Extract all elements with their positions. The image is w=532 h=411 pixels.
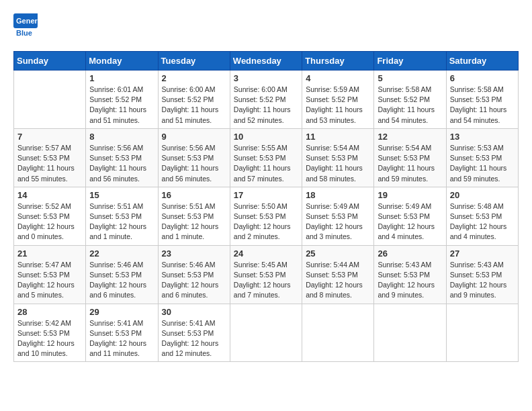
- page-header: General Blue: [13, 13, 519, 40]
- calendar-header-row: SundayMondayTuesdayWednesdayThursdayFrid…: [14, 52, 519, 71]
- day-info: Sunrise: 5:49 AMSunset: 5:53 PMDaylight:…: [378, 201, 442, 242]
- day-number: 26: [378, 248, 442, 259]
- calendar-cell: 24Sunrise: 5:45 AMSunset: 5:53 PMDayligh…: [230, 245, 302, 304]
- day-number: 13: [450, 132, 515, 142]
- day-number: 10: [234, 132, 298, 142]
- calendar-cell: 14Sunrise: 5:52 AMSunset: 5:53 PMDayligh…: [14, 187, 86, 245]
- calendar-cell: [302, 304, 374, 362]
- calendar-cell: 7Sunrise: 5:57 AMSunset: 5:53 PMDaylight…: [14, 128, 86, 187]
- day-number: 2: [162, 73, 226, 83]
- column-header-sunday: Sunday: [14, 52, 86, 71]
- day-info: Sunrise: 5:44 AMSunset: 5:53 PMDaylight:…: [306, 260, 370, 301]
- day-info: Sunrise: 5:56 AMSunset: 5:53 PMDaylight:…: [162, 143, 226, 184]
- day-number: 19: [378, 190, 442, 200]
- day-number: 7: [17, 132, 82, 142]
- day-number: 24: [234, 248, 298, 259]
- day-info: Sunrise: 5:42 AMSunset: 5:53 PMDaylight:…: [17, 318, 82, 359]
- day-number: 17: [234, 190, 298, 200]
- calendar-cell: 25Sunrise: 5:44 AMSunset: 5:53 PMDayligh…: [302, 245, 374, 304]
- column-header-friday: Friday: [374, 52, 446, 71]
- calendar-cell: 4Sunrise: 5:59 AMSunset: 5:52 PMDaylight…: [302, 71, 374, 129]
- day-info: Sunrise: 5:51 AMSunset: 5:53 PMDaylight:…: [89, 201, 154, 242]
- day-info: Sunrise: 5:59 AMSunset: 5:52 PMDaylight:…: [306, 85, 370, 126]
- calendar-week-row: 7Sunrise: 5:57 AMSunset: 5:53 PMDaylight…: [14, 128, 519, 187]
- calendar-cell: 29Sunrise: 5:41 AMSunset: 5:53 PMDayligh…: [86, 304, 158, 362]
- calendar-cell: 18Sunrise: 5:49 AMSunset: 5:53 PMDayligh…: [302, 187, 374, 245]
- calendar-cell: 30Sunrise: 5:41 AMSunset: 5:53 PMDayligh…: [158, 304, 230, 362]
- day-number: 9: [162, 132, 226, 142]
- svg-text:General: General: [16, 17, 38, 25]
- calendar-cell: [230, 304, 302, 362]
- calendar-cell: 21Sunrise: 5:47 AMSunset: 5:53 PMDayligh…: [14, 245, 86, 304]
- day-number: 21: [17, 248, 82, 259]
- column-header-wednesday: Wednesday: [230, 52, 302, 71]
- svg-text:Blue: Blue: [16, 29, 32, 37]
- day-number: 20: [450, 190, 515, 200]
- calendar-cell: [14, 71, 86, 129]
- day-info: Sunrise: 5:54 AMSunset: 5:53 PMDaylight:…: [378, 143, 442, 184]
- day-info: Sunrise: 5:52 AMSunset: 5:53 PMDaylight:…: [17, 201, 82, 242]
- day-number: 18: [306, 190, 370, 200]
- calendar-cell: [374, 304, 446, 362]
- day-number: 28: [17, 307, 82, 317]
- calendar-cell: 1Sunrise: 6:01 AMSunset: 5:52 PMDaylight…: [86, 71, 158, 129]
- calendar-week-row: 21Sunrise: 5:47 AMSunset: 5:53 PMDayligh…: [14, 245, 519, 304]
- day-number: 29: [89, 307, 154, 317]
- day-info: Sunrise: 5:51 AMSunset: 5:53 PMDaylight:…: [162, 201, 226, 242]
- calendar-cell: 15Sunrise: 5:51 AMSunset: 5:53 PMDayligh…: [86, 187, 158, 245]
- day-number: 1: [89, 73, 154, 83]
- logo: General Blue: [13, 13, 38, 40]
- day-info: Sunrise: 5:57 AMSunset: 5:53 PMDaylight:…: [17, 143, 82, 184]
- calendar-cell: 11Sunrise: 5:54 AMSunset: 5:53 PMDayligh…: [302, 128, 374, 187]
- calendar-cell: 2Sunrise: 6:00 AMSunset: 5:52 PMDaylight…: [158, 71, 230, 129]
- calendar-cell: 27Sunrise: 5:43 AMSunset: 5:53 PMDayligh…: [446, 245, 518, 304]
- day-number: 30: [162, 307, 226, 317]
- calendar-cell: 9Sunrise: 5:56 AMSunset: 5:53 PMDaylight…: [158, 128, 230, 187]
- day-info: Sunrise: 5:41 AMSunset: 5:53 PMDaylight:…: [162, 318, 226, 359]
- day-number: 4: [306, 73, 370, 83]
- calendar-week-row: 1Sunrise: 6:01 AMSunset: 5:52 PMDaylight…: [14, 71, 519, 129]
- day-number: 11: [306, 132, 370, 142]
- day-info: Sunrise: 5:47 AMSunset: 5:53 PMDaylight:…: [17, 260, 82, 301]
- calendar-cell: 8Sunrise: 5:56 AMSunset: 5:53 PMDaylight…: [86, 128, 158, 187]
- column-header-monday: Monday: [86, 52, 158, 71]
- calendar-cell: 10Sunrise: 5:55 AMSunset: 5:53 PMDayligh…: [230, 128, 302, 187]
- day-number: 22: [89, 248, 154, 259]
- day-number: 15: [89, 190, 154, 200]
- calendar-cell: 12Sunrise: 5:54 AMSunset: 5:53 PMDayligh…: [374, 128, 446, 187]
- day-info: Sunrise: 5:45 AMSunset: 5:53 PMDaylight:…: [234, 260, 298, 301]
- day-number: 6: [450, 73, 515, 83]
- column-header-thursday: Thursday: [302, 52, 374, 71]
- column-header-saturday: Saturday: [446, 52, 518, 71]
- day-info: Sunrise: 5:49 AMSunset: 5:53 PMDaylight:…: [306, 201, 370, 242]
- day-info: Sunrise: 5:41 AMSunset: 5:53 PMDaylight:…: [89, 318, 154, 359]
- calendar-table: SundayMondayTuesdayWednesdayThursdayFrid…: [13, 51, 519, 362]
- calendar-cell: 23Sunrise: 5:46 AMSunset: 5:53 PMDayligh…: [158, 245, 230, 304]
- calendar-cell: 16Sunrise: 5:51 AMSunset: 5:53 PMDayligh…: [158, 187, 230, 245]
- calendar-cell: 26Sunrise: 5:43 AMSunset: 5:53 PMDayligh…: [374, 245, 446, 304]
- day-number: 14: [17, 190, 82, 200]
- calendar-cell: [446, 304, 518, 362]
- calendar-cell: 19Sunrise: 5:49 AMSunset: 5:53 PMDayligh…: [374, 187, 446, 245]
- day-info: Sunrise: 6:00 AMSunset: 5:52 PMDaylight:…: [234, 85, 298, 126]
- calendar-cell: 20Sunrise: 5:48 AMSunset: 5:53 PMDayligh…: [446, 187, 518, 245]
- calendar-week-row: 28Sunrise: 5:42 AMSunset: 5:53 PMDayligh…: [14, 304, 519, 362]
- day-info: Sunrise: 5:43 AMSunset: 5:53 PMDaylight:…: [450, 260, 515, 301]
- day-number: 12: [378, 132, 442, 142]
- calendar-cell: 17Sunrise: 5:50 AMSunset: 5:53 PMDayligh…: [230, 187, 302, 245]
- day-info: Sunrise: 5:55 AMSunset: 5:53 PMDaylight:…: [234, 143, 298, 184]
- day-info: Sunrise: 5:54 AMSunset: 5:53 PMDaylight:…: [306, 143, 370, 184]
- day-info: Sunrise: 5:53 AMSunset: 5:53 PMDaylight:…: [450, 143, 515, 184]
- calendar-cell: 3Sunrise: 6:00 AMSunset: 5:52 PMDaylight…: [230, 71, 302, 129]
- calendar-cell: 28Sunrise: 5:42 AMSunset: 5:53 PMDayligh…: [14, 304, 86, 362]
- day-number: 5: [378, 73, 442, 83]
- day-number: 8: [89, 132, 154, 142]
- calendar-cell: 22Sunrise: 5:46 AMSunset: 5:53 PMDayligh…: [86, 245, 158, 304]
- day-info: Sunrise: 6:00 AMSunset: 5:52 PMDaylight:…: [162, 85, 226, 126]
- day-info: Sunrise: 5:43 AMSunset: 5:53 PMDaylight:…: [378, 260, 442, 301]
- calendar-cell: 6Sunrise: 5:58 AMSunset: 5:53 PMDaylight…: [446, 71, 518, 129]
- day-number: 27: [450, 248, 515, 259]
- day-info: Sunrise: 6:01 AMSunset: 5:52 PMDaylight:…: [89, 85, 154, 126]
- calendar-week-row: 14Sunrise: 5:52 AMSunset: 5:53 PMDayligh…: [14, 187, 519, 245]
- day-info: Sunrise: 5:48 AMSunset: 5:53 PMDaylight:…: [450, 201, 515, 242]
